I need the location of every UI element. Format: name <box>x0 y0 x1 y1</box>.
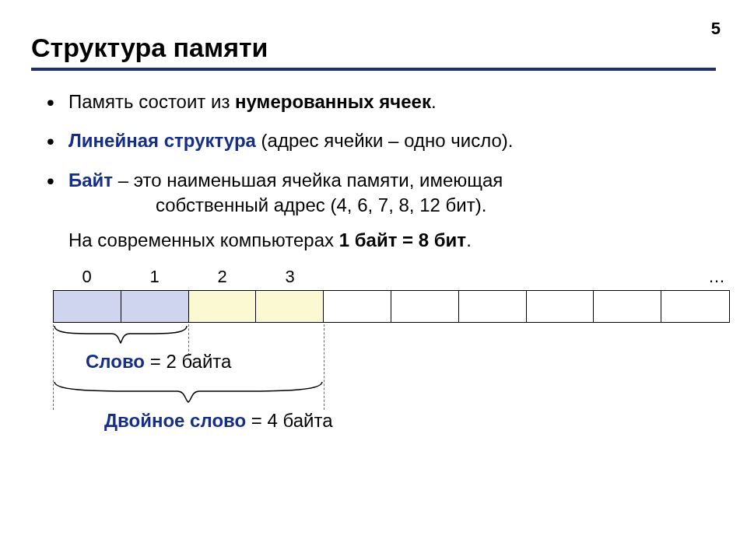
bullet-2: Линейная структура (адрес ячейки – одно … <box>47 128 716 153</box>
cell-4 <box>324 291 391 322</box>
bullet-2-rest: (адрес ячейки – одно число). <box>256 130 514 151</box>
label-dword: Двойное слово = 4 байта <box>104 410 333 432</box>
bullet-list: Память состоит из нумерованных ячеек. Ли… <box>47 89 716 219</box>
vline-left <box>53 324 54 410</box>
idx-1: 1 <box>121 267 188 287</box>
cell-1 <box>121 291 189 322</box>
cell-6 <box>459 291 527 322</box>
slide-title: Структура памяти <box>31 33 716 63</box>
label-dword-term: Двойное слово <box>104 410 246 431</box>
idx-dots: … <box>686 267 730 287</box>
idx-0: 0 <box>53 267 121 287</box>
bullet-2-term: Линейная структура <box>68 130 256 151</box>
label-word-rest: = 2 байта <box>145 351 231 372</box>
memory-cells <box>53 290 730 323</box>
cell-9 <box>661 291 729 322</box>
bullet-3: Байт – это наименьшая ячейка памяти, име… <box>47 168 716 219</box>
bullet-3-line1: – это наименьшая ячейка памяти, имеющая <box>113 170 503 191</box>
subline-pre: На современных компьютерах <box>68 229 339 250</box>
cell-0 <box>54 291 121 322</box>
brace-word <box>53 324 188 345</box>
subline-post: . <box>466 229 472 250</box>
subline-bold: 1 байт = 8 бит <box>339 229 466 250</box>
label-word: Слово = 2 байта <box>86 351 231 373</box>
bullet-1-text-post: . <box>431 91 437 112</box>
bullet-3-line2: собственный адрес (4, 6, 7, 8, 12 бит). <box>156 193 716 218</box>
label-word-term: Слово <box>86 351 145 372</box>
cell-7 <box>527 291 594 322</box>
cell-5 <box>391 291 459 322</box>
memory-diagram: 0 1 2 3 … Сл <box>53 267 730 323</box>
cell-indices: 0 1 2 3 … <box>53 267 730 287</box>
bullet-1-text-bold: нумерованных ячеек <box>235 91 431 112</box>
cell-2 <box>189 291 257 322</box>
bullet-3-term: Байт <box>68 170 113 191</box>
slide: 5 Структура памяти Память состоит из нум… <box>0 0 747 560</box>
subline: На современных компьютерах 1 байт = 8 би… <box>68 228 716 253</box>
title-rule <box>31 68 716 71</box>
idx-2: 2 <box>188 267 256 287</box>
bullet-1: Память состоит из нумерованных ячеек. <box>47 89 716 114</box>
cell-3 <box>256 291 324 322</box>
cell-8 <box>594 291 661 322</box>
vline-right <box>324 324 324 410</box>
label-dword-rest: = 4 байта <box>246 410 332 431</box>
brace-dword <box>53 380 324 404</box>
idx-3: 3 <box>256 267 324 287</box>
page-number: 5 <box>711 19 721 39</box>
bullet-1-text-pre: Память состоит из <box>68 91 235 112</box>
idx-spacer <box>324 267 686 287</box>
